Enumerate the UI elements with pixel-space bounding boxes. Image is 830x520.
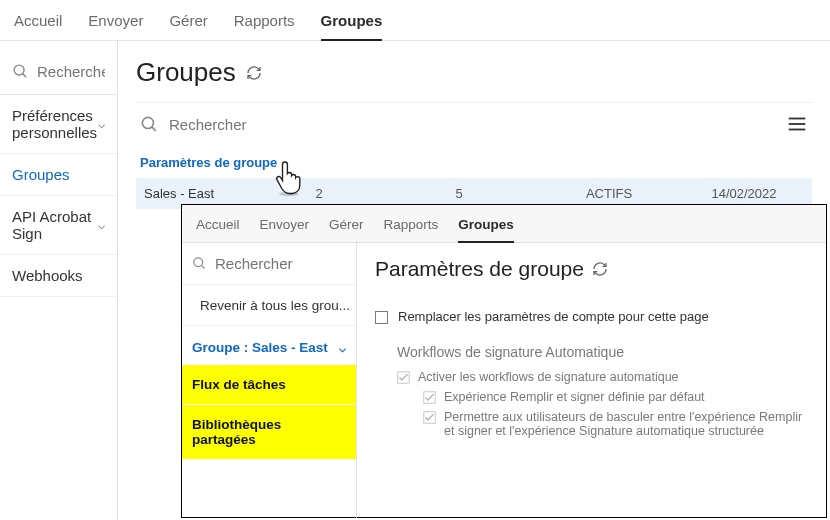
section-title: Workflows de signature Automatique [375,340,808,366]
svg-point-8 [194,258,203,267]
option-row[interactable]: Activer les workflows de signature autom… [375,366,808,386]
option-label: Activer les workflows de signature autom… [418,370,679,384]
search-icon [12,63,29,80]
option-row[interactable]: Expérience Remplir et signer définie par… [375,386,808,406]
svg-line-1 [23,74,27,78]
checkbox-checked-icon [423,391,436,404]
option-row[interactable]: Permettre aux utilisateurs de basculer e… [375,406,808,440]
overlay-window: Accueil Envoyer Gérer Rapports Groupes R… [181,204,827,518]
inner-current-group[interactable]: Groupe : Sales - East ⌵ [182,326,356,365]
inner-tab-accueil[interactable]: Accueil [196,213,240,242]
outer-nav-tabs: Accueil Envoyer Gérer Rapports Groupes [0,0,830,41]
tab-accueil[interactable]: Accueil [14,8,62,40]
page-title: Groupes [136,57,236,88]
inner-sidebar-search-input[interactable] [215,255,346,272]
inner-tab-gerer[interactable]: Gérer [329,213,364,242]
sidebar-item-label: Préférences personnelles [12,107,98,141]
override-label: Remplacer les paramètres de compte pour … [398,309,709,324]
inner-tab-envoyer[interactable]: Envoyer [260,213,310,242]
sidebar-item-label: Groupes [12,166,70,183]
sidebar-item-label: Webhooks [12,267,83,284]
sidebar-item-label: API Acrobat Sign [12,208,98,242]
back-to-all-groups[interactable]: Revenir à tous les grou... [182,285,356,326]
menu-icon[interactable] [786,113,808,135]
sidebar-item-flux-taches[interactable]: Flux de tâches [182,365,356,405]
option-label: Permettre aux utilisateurs de basculer e… [444,410,808,438]
main-search-input[interactable] [169,116,469,133]
inner-tab-groupes[interactable]: Groupes [458,213,514,243]
search-icon [192,256,207,271]
search-icon [140,115,159,134]
sidebar-search-input[interactable] [37,63,105,80]
sidebar-item-api[interactable]: API Acrobat Sign ⌵ [0,196,117,255]
group-date: 14/02/2022 [684,186,804,201]
group-status: ACTIFS [534,186,684,201]
sidebar-search[interactable] [0,57,117,86]
sidebar-item-webhooks[interactable]: Webhooks [0,255,117,297]
override-checkbox-row[interactable]: Remplacer les paramètres de compte pour … [375,309,808,340]
group-settings-link[interactable]: Paramètres de groupe [136,141,812,178]
group-col-b: 5 [384,186,534,201]
inner-main: Paramètres de groupe Remplacer les param… [357,243,826,519]
svg-line-3 [152,126,156,130]
inner-nav-tabs: Accueil Envoyer Gérer Rapports Groupes [182,205,826,243]
inner-tab-rapports[interactable]: Rapports [384,213,439,242]
tab-envoyer[interactable]: Envoyer [88,8,143,40]
back-label: Revenir à tous les grou... [200,298,350,313]
main-search[interactable] [140,115,469,134]
option-label: Expérience Remplir et signer définie par… [444,390,705,404]
checkbox-checked-icon [423,411,436,424]
tab-groupes[interactable]: Groupes [321,8,383,41]
chevron-down-icon: ⌵ [339,341,346,355]
inner-sidebar: Revenir à tous les grou... Groupe : Sale… [182,243,357,519]
group-col-a: 2 [254,186,384,201]
sidebar-item-preferences[interactable]: Préférences personnelles ⌵ [0,95,117,154]
svg-point-0 [14,65,24,75]
checkbox-checked-icon [397,371,410,384]
inner-sidebar-search[interactable] [182,249,356,278]
checkbox-unchecked-icon[interactable] [375,311,388,324]
chevron-down-icon: ⌵ [98,117,105,131]
svg-point-2 [142,117,153,128]
refresh-icon[interactable] [246,65,262,81]
chevron-down-icon: ⌵ [98,218,105,232]
tab-gerer[interactable]: Gérer [169,8,207,40]
refresh-icon[interactable] [592,261,608,277]
sidebar-item-groupes[interactable]: Groupes [0,154,117,196]
group-name: Sales - East [144,186,254,201]
inner-current-group-label: Groupe : Sales - East [192,340,328,355]
svg-line-9 [201,265,204,268]
sidebar-item-bibliotheques[interactable]: Bibliothèques partagées [182,405,356,460]
outer-sidebar: Préférences personnelles ⌵ Groupes API A… [0,41,118,520]
tab-rapports[interactable]: Rapports [234,8,295,40]
inner-page-title: Paramètres de groupe [375,257,584,281]
